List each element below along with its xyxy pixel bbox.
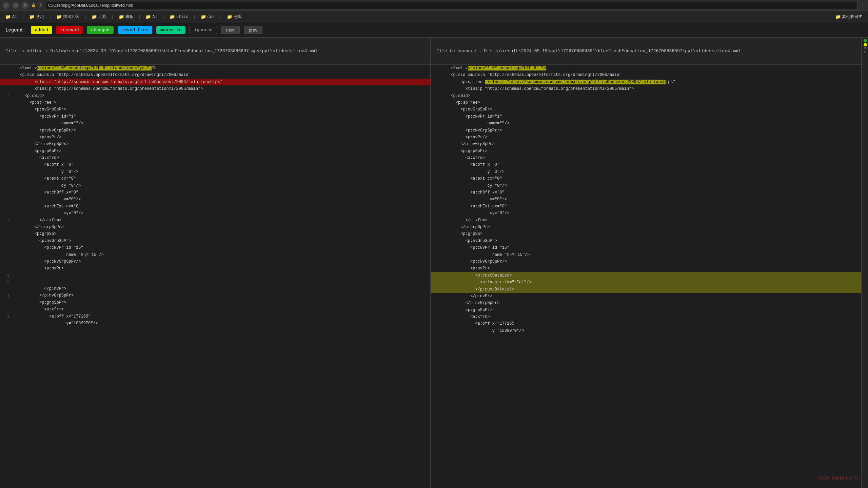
line-code: xmlns:p="http://schemas.openxmlformats.o… bbox=[12, 85, 430, 92]
forward-button[interactable]: → bbox=[12, 2, 19, 9]
table-row: </p:nvGrpSpPr> bbox=[431, 300, 861, 306]
line-number bbox=[0, 134, 12, 134]
line-code: <a:ext cx="0" bbox=[12, 175, 430, 182]
line-code: cy="0"/> bbox=[12, 210, 430, 217]
table-row: <p:cNvGrpSpPr/> bbox=[431, 258, 861, 265]
table-row: <p:cNvPr id="1" bbox=[431, 113, 861, 120]
divider: | bbox=[111, 14, 114, 19]
bookmark-ai1[interactable]: 📁 Ai bbox=[3, 14, 20, 20]
bookmark-label: 工具 bbox=[98, 14, 106, 20]
right-pane[interactable]: File to compare : D:\tmp\result\2024-09-… bbox=[431, 38, 862, 488]
line-number bbox=[0, 306, 12, 306]
line-number bbox=[431, 113, 443, 114]
menu-icon: ⋮ bbox=[861, 2, 865, 8]
legend-added[interactable]: added bbox=[31, 26, 52, 34]
table-row: <p:spTree xmlns:r="http://schemas.openxm… bbox=[431, 79, 861, 85]
line-code: <p:spTree> bbox=[443, 99, 861, 106]
table-row: 2 <p:cSld> bbox=[0, 93, 430, 99]
line-number bbox=[431, 251, 443, 252]
table-row: <a:chOff x="0" bbox=[431, 189, 861, 196]
line-number bbox=[431, 148, 443, 148]
table-row: <p:nvGrpSpPr> bbox=[431, 106, 861, 113]
divider: | bbox=[138, 14, 141, 19]
table-row: <a:ext cx="0" bbox=[0, 175, 430, 182]
table-row: <a:off x="0" bbox=[431, 161, 861, 168]
line-number bbox=[0, 175, 12, 176]
line-number bbox=[0, 155, 12, 155]
bookmark-tech[interactable]: 📁 技术社区 bbox=[54, 13, 82, 20]
line-number: 2 bbox=[0, 93, 12, 99]
legend-removed[interactable]: removed bbox=[56, 26, 83, 34]
line-number bbox=[0, 196, 12, 196]
back-button[interactable]: ← bbox=[3, 2, 9, 9]
bookmark-label: 技术社区 bbox=[63, 14, 79, 20]
left-pane[interactable]: File in editor : D:\tmp\result\2024-09-1… bbox=[0, 38, 431, 488]
line-number bbox=[431, 238, 443, 238]
table-row: y="0"/> bbox=[0, 168, 430, 175]
line-number bbox=[0, 265, 12, 265]
line-code: <a:chExt cx="0" bbox=[12, 203, 430, 210]
line-number bbox=[0, 230, 12, 231]
left-pane-content: <?xml version="1.0" encoding="UTF-8" sta… bbox=[0, 65, 430, 327]
line-number bbox=[0, 182, 12, 183]
bookmark-other[interactable]: 📁 其他收藏夹 bbox=[833, 13, 865, 20]
table-row: <a:chExt cx="0" bbox=[0, 203, 430, 210]
legend-bar: Legend: added removed changed moved from… bbox=[0, 23, 868, 38]
bookmark-warehouse[interactable]: 📁 仓库 bbox=[224, 13, 244, 20]
line-code: <p:cSld> bbox=[12, 93, 430, 99]
line-code: cy="0"/> bbox=[443, 210, 861, 217]
line-number bbox=[431, 210, 443, 210]
line-code: <p:grpSpPr> bbox=[12, 148, 430, 155]
table-row: 2 </p:nvGrpSpPr> bbox=[0, 141, 430, 147]
line-number bbox=[431, 300, 443, 300]
table-row: cy="0"/> bbox=[431, 182, 861, 189]
legend-moved-from[interactable]: moved from bbox=[118, 26, 152, 34]
bookmark-study[interactable]: 📁 学习 bbox=[26, 13, 47, 20]
right-pane-header: File to compare : D:\tmp\result\2024-09-… bbox=[431, 38, 861, 65]
highlighted-span: ersion="1.0" encoding="UTF-8" ?> bbox=[468, 66, 546, 70]
folder-icon: 📁 bbox=[92, 14, 97, 20]
table-row: y="1839970"/> bbox=[431, 327, 861, 334]
prev-button[interactable]: prev bbox=[244, 26, 262, 34]
legend-label: Legend: bbox=[5, 27, 25, 33]
legend-changed[interactable]: changed bbox=[87, 26, 114, 34]
next-button[interactable]: next bbox=[221, 26, 240, 34]
legend-ignored[interactable]: ignored bbox=[190, 26, 217, 34]
url-bar[interactable] bbox=[45, 2, 858, 9]
line-code: <p:custDataLst> bbox=[443, 272, 861, 279]
line-number bbox=[0, 168, 12, 169]
line-code: y="1839970"/> bbox=[12, 320, 430, 327]
table-row: 2 <a:off x="177165" bbox=[0, 313, 430, 320]
bookmark-templates[interactable]: 📁 模板 bbox=[116, 13, 136, 20]
table-row: <p:nvPr/> bbox=[0, 134, 430, 141]
line-number bbox=[431, 134, 443, 134]
line-code: <?xml version="1.0" encoding="UTF-8" ?> bbox=[443, 65, 861, 72]
reload-button[interactable]: ↻ bbox=[22, 2, 28, 9]
divider: | bbox=[49, 14, 52, 19]
folder-icon: 📁 bbox=[119, 14, 124, 20]
table-row: <p:cNvGrpSpPr/> bbox=[0, 127, 430, 134]
highlighted-span: ersion="1.0" encoding="UTF-8" standalone… bbox=[37, 66, 152, 70]
minimap-green-dot bbox=[864, 39, 867, 42]
line-number bbox=[431, 313, 443, 314]
bookmark-ai2[interactable]: 📁 Ai bbox=[143, 14, 160, 20]
line-code: <a:ext cx="0" bbox=[443, 175, 861, 182]
folder-icon: 📁 bbox=[5, 14, 11, 20]
bookmark-css[interactable]: 📁 css bbox=[198, 14, 218, 20]
line-code: <p:nvGrpSpPr> bbox=[12, 238, 430, 244]
line-code: <a:off x="0" bbox=[12, 161, 430, 168]
bookmark-utils[interactable]: 📁 utils bbox=[167, 14, 191, 20]
legend-moved-to[interactable]: moved to bbox=[156, 26, 185, 34]
line-number bbox=[431, 244, 443, 245]
line-code: name=""/> bbox=[443, 120, 861, 127]
line-code: <a:off x="177165" bbox=[443, 320, 861, 327]
line-code: <a:xfrm> bbox=[443, 313, 861, 320]
table-row: <a:off x="0" bbox=[0, 161, 430, 168]
table-row: <p:grpSpPr> bbox=[0, 148, 430, 155]
bookmark-label: css bbox=[208, 15, 215, 19]
table-row: <a:xfrm> bbox=[431, 313, 861, 320]
line-number bbox=[0, 251, 12, 252]
line-code: </p:nvPr> bbox=[443, 293, 861, 300]
bookmark-tools[interactable]: 📁 工具 bbox=[89, 13, 109, 20]
line-number bbox=[431, 99, 443, 100]
